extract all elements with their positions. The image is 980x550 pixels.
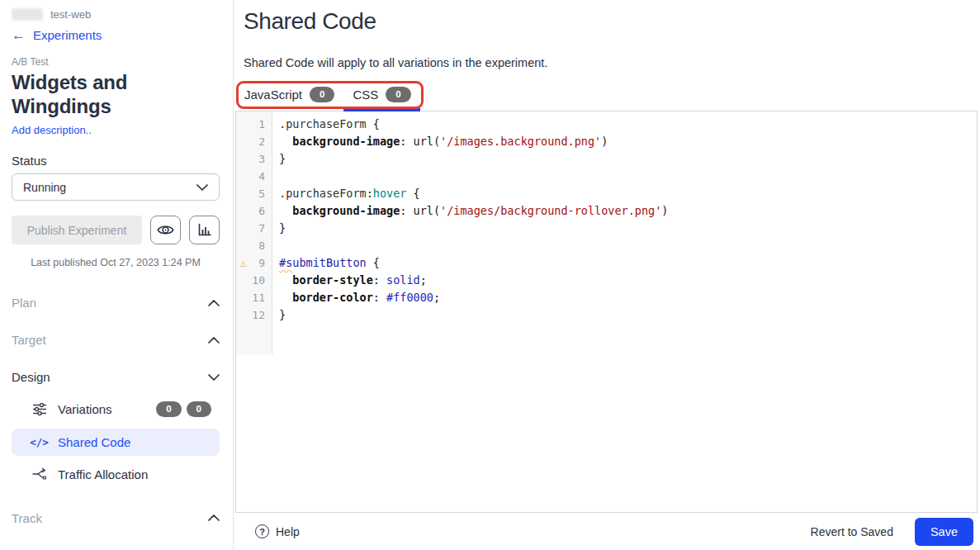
code-icon: </> (31, 436, 47, 448)
tab-css-badge: 0 (386, 87, 410, 102)
back-arrow-icon: ← (12, 28, 26, 42)
sidebar-item-shared-code[interactable]: </> Shared Code (12, 429, 220, 456)
code-line[interactable]: background-image: url('/images.backgroun… (279, 133, 977, 150)
variations-label: Variations (58, 402, 112, 416)
line-number: 8 (236, 237, 272, 254)
add-description-link[interactable]: Add description.. (12, 124, 220, 136)
workspace-name: test-web (50, 8, 91, 21)
code-line[interactable]: } (279, 150, 977, 168)
code-editor[interactable]: 12345678⚠9101112 .purchaseForm { backgro… (235, 111, 978, 513)
sidebar-item-plan[interactable]: Plan (12, 296, 220, 310)
variations-badges: 0 0 (156, 401, 211, 417)
design-subnav: Variations 0 0 </> Shared Code (12, 395, 220, 488)
sidebar-item-design[interactable]: Design (12, 370, 220, 384)
line-number: 4 (236, 168, 272, 185)
sidebar-item-track[interactable]: Track (12, 511, 220, 525)
experiment-actions: Publish Experiment (12, 216, 220, 244)
sidebar-item-traffic-allocation[interactable]: Traffic Allocation (12, 461, 220, 488)
chevron-up-icon (208, 514, 220, 521)
experiment-type-label: A/B Test (12, 56, 220, 68)
line-number: 1 (236, 116, 272, 133)
status-dropdown[interactable]: Running (12, 173, 220, 201)
warning-icon: ⚠ (240, 254, 247, 272)
page-title: Shared Code (244, 8, 980, 35)
preview-button[interactable] (150, 216, 181, 244)
line-number: 3 (236, 150, 272, 168)
eye-icon (157, 224, 174, 236)
line-number: 6 (236, 202, 272, 220)
active-tab-indicator (343, 108, 419, 111)
code-pane[interactable]: .purchaseForm { background-image: url('/… (272, 111, 977, 512)
traffic-allocation-label: Traffic Allocation (58, 467, 148, 481)
code-line[interactable]: } (279, 220, 977, 237)
plan-label: Plan (12, 296, 36, 310)
workspace-logo (12, 8, 43, 21)
help-icon: ? (255, 524, 269, 538)
page-description: Shared Code will apply to all variations… (244, 56, 980, 69)
main-panel: Shared Code Shared Code will apply to al… (234, 0, 980, 550)
line-number: 5 (236, 185, 272, 202)
help-label: Help (276, 525, 300, 538)
code-line[interactable]: #submitButton { (279, 254, 977, 272)
code-line[interactable]: border-style: solid; (279, 272, 977, 289)
chevron-down-icon (196, 184, 208, 191)
footer-actions: Revert to Saved Save (811, 518, 973, 546)
editor-gutter: 12345678⚠9101112 (236, 111, 272, 354)
status-label: Status (12, 154, 220, 168)
back-link-label: Experiments (33, 28, 102, 42)
experiment-name: Widgets and Wingdings (12, 70, 220, 118)
line-number: 11 (236, 289, 272, 306)
save-button[interactable]: Save (915, 518, 973, 546)
design-label: Design (12, 370, 50, 384)
line-number: 10 (236, 272, 272, 289)
tab-javascript-badge: 0 (310, 87, 334, 102)
editor-footer: ? Help Revert to Saved Save (234, 513, 980, 550)
code-line[interactable]: background-image: url('/images/backgroun… (279, 202, 977, 220)
sliders-icon (31, 402, 47, 416)
shared-code-label: Shared Code (58, 435, 130, 449)
back-to-experiments-link[interactable]: ← Experiments (12, 28, 220, 42)
chevron-up-icon (208, 300, 220, 306)
target-label: Target (12, 333, 46, 347)
line-number: ⚠9 (236, 254, 272, 272)
publish-experiment-button[interactable]: Publish Experiment (12, 216, 142, 244)
code-line[interactable]: } (279, 306, 977, 324)
line-number: 12 (236, 306, 272, 324)
status-value: Running (23, 181, 66, 194)
code-line[interactable] (279, 237, 977, 254)
code-line[interactable]: border-color: #ff0000; (279, 289, 977, 306)
sidebar-item-variations[interactable]: Variations 0 0 (12, 395, 220, 424)
split-icon (31, 467, 47, 481)
track-label: Track (12, 511, 42, 525)
revert-to-saved-button[interactable]: Revert to Saved (811, 525, 893, 538)
chevron-down-icon (208, 374, 220, 381)
tab-css[interactable]: CSS 0 (343, 81, 419, 108)
variations-badge-2: 0 (187, 401, 211, 417)
line-number: 2 (236, 133, 272, 150)
sidebar: test-web ← Experiments A/B Test Widgets … (0, 0, 234, 550)
tab-javascript[interactable]: JavaScript 0 (235, 81, 343, 108)
tab-javascript-label: JavaScript (244, 88, 302, 102)
bar-chart-icon (197, 223, 212, 237)
code-line[interactable] (279, 168, 977, 185)
results-button[interactable] (189, 216, 220, 244)
code-tabs: JavaScript 0 CSS 0 (235, 81, 980, 108)
workspace-row: test-web (12, 8, 220, 21)
code-line[interactable]: .purchaseForm { (279, 116, 977, 133)
sidebar-item-target[interactable]: Target (12, 333, 220, 347)
help-button[interactable]: ? Help (255, 524, 300, 538)
app-window: test-web ← Experiments A/B Test Widgets … (0, 0, 980, 550)
variations-badge-1: 0 (156, 401, 181, 417)
last-published-text: Last published Oct 27, 2023 1:24 PM (12, 257, 220, 268)
chevron-up-icon (208, 337, 220, 344)
line-number: 7 (236, 220, 272, 237)
tab-css-label: CSS (353, 88, 378, 102)
code-line[interactable]: .purchaseForm:hover { (279, 185, 977, 202)
